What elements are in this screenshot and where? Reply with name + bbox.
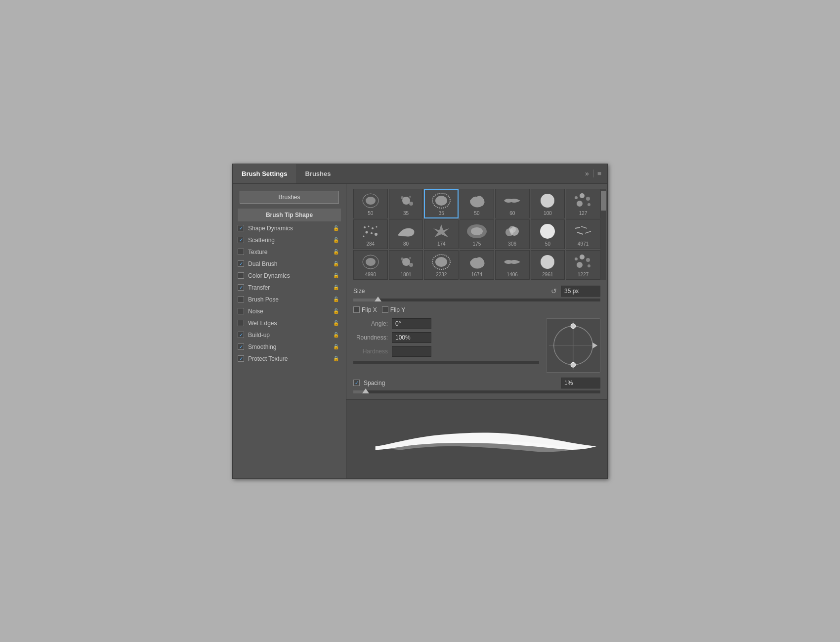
sidebar-item-dual-brush[interactable]: ✓Dual Brush🔓 [233, 258, 346, 270]
flip-x-text: Flip X [362, 306, 377, 313]
sidebar-item-texture[interactable]: Texture🔓 [233, 246, 346, 258]
checkbox-build-up[interactable]: ✓ [238, 332, 244, 338]
sidebar-item-brush-pose[interactable]: Brush Pose🔓 [233, 294, 346, 305]
hardness-slider-track[interactable] [353, 361, 539, 364]
checkbox-scattering[interactable]: ✓ [238, 237, 244, 243]
brush-cell-3[interactable]: 50 [460, 189, 494, 218]
lock-icon-noise[interactable]: 🔓 [333, 308, 339, 314]
brush-cell-1[interactable]: 35 [389, 189, 423, 218]
panel-header: Brush Settings Brushes » ≡ [233, 164, 607, 184]
sidebar-item-shape-dynamics[interactable]: ✓Shape Dynamics🔓 [233, 222, 346, 234]
angle-diagram[interactable] [546, 318, 600, 373]
sidebar-item-wet-edges[interactable]: Wet Edges🔓 [233, 317, 346, 329]
spacing-slider-thumb[interactable] [362, 388, 369, 393]
checkbox-brush-pose[interactable] [238, 296, 244, 302]
svg-point-43 [586, 258, 590, 262]
panel-menu-icon[interactable]: ≡ [597, 170, 601, 177]
brush-cell-20[interactable]: 1227 [566, 250, 600, 280]
lock-icon-wet-edges[interactable]: 🔓 [333, 320, 339, 326]
brush-cell-2[interactable]: 35 [424, 189, 459, 218]
scrollbar-handle[interactable] [601, 191, 606, 211]
lock-icon-shape-dynamics[interactable]: 🔓 [333, 225, 339, 231]
brush-cell-6[interactable]: 127 [566, 189, 600, 218]
lock-icon-protect-texture[interactable]: 🔓 [333, 356, 339, 361]
lock-icon-transfer[interactable]: 🔓 [333, 285, 339, 290]
size-slider-thumb[interactable] [375, 297, 381, 301]
hardness-input[interactable] [392, 346, 431, 357]
brush-cell-17[interactable]: 1674 [460, 250, 494, 280]
spacing-checkbox[interactable]: ✓ [353, 380, 360, 386]
checkbox-noise[interactable] [238, 308, 244, 314]
sidebar-items-container: ✓Shape Dynamics🔓✓Scattering🔓Texture🔓✓Dua… [233, 222, 346, 365]
checkbox-wet-edges[interactable] [238, 320, 244, 326]
flip-y-checkbox[interactable] [382, 306, 388, 313]
brush-shape-10 [466, 222, 488, 240]
reset-size-icon[interactable]: ↺ [551, 287, 557, 295]
brush-cell-18[interactable]: 1406 [495, 250, 530, 280]
sidebar-item-build-up[interactable]: ✓Build-up🔓 [233, 329, 346, 341]
brush-cell-15[interactable]: 1801 [389, 250, 423, 280]
checkbox-color-dynamics[interactable] [238, 272, 244, 279]
angle-input[interactable] [392, 318, 431, 329]
brush-cell-0[interactable]: 50 [353, 189, 388, 218]
double-chevron-icon[interactable]: » [585, 170, 589, 177]
brush-cell-5[interactable]: 100 [531, 189, 565, 218]
checkbox-shape-dynamics[interactable]: ✓ [238, 225, 244, 231]
lock-icon-scattering[interactable]: 🔓 [333, 237, 339, 243]
sidebar-item-noise[interactable]: Noise🔓 [233, 305, 346, 317]
sidebar-item-protect-texture[interactable]: ✓Protect Texture🔓 [233, 353, 346, 365]
brush-shape-17 [466, 253, 488, 271]
brush-cell-19[interactable]: 2961 [531, 250, 565, 280]
lock-icon-color-dynamics[interactable]: 🔓 [333, 273, 339, 278]
checkbox-texture[interactable] [238, 249, 244, 255]
brush-cell-4[interactable]: 60 [495, 189, 530, 218]
lock-icon-brush-pose[interactable]: 🔓 [333, 297, 339, 302]
brush-tip-shape-section[interactable]: Brush Tip Shape [238, 209, 341, 221]
brush-cell-8[interactable]: 80 [389, 219, 423, 249]
sidebar-item-transfer[interactable]: ✓Transfer🔓 [233, 282, 346, 294]
brush-scrollbar[interactable] [600, 189, 606, 280]
brush-cell-10[interactable]: 175 [460, 219, 494, 249]
svg-point-19 [371, 232, 373, 234]
sidebar-item-smoothing[interactable]: ✓Smoothing🔓 [233, 341, 346, 353]
flip-x-checkbox[interactable] [353, 306, 360, 313]
lock-icon-texture[interactable]: 🔓 [333, 249, 339, 255]
roundness-input[interactable] [392, 332, 431, 343]
brushes-button[interactable]: Brushes [240, 191, 339, 204]
lock-icon-dual-brush[interactable]: 🔓 [333, 261, 339, 266]
checkbox-protect-texture[interactable]: ✓ [238, 355, 244, 362]
flip-y-label[interactable]: Flip Y [382, 306, 405, 313]
brush-shape-6 [572, 192, 594, 210]
flip-x-label[interactable]: Flip X [353, 306, 377, 313]
size-slider-track[interactable] [353, 299, 600, 301]
brush-cell-13[interactable]: 4971 [566, 219, 600, 249]
lock-icon-build-up[interactable]: 🔓 [333, 332, 339, 338]
tab-brush-settings[interactable]: Brush Settings [233, 164, 296, 183]
size-input[interactable] [561, 286, 600, 297]
spacing-slider-track[interactable] [353, 390, 600, 393]
brush-shape-13 [572, 222, 594, 240]
svg-point-10 [580, 193, 585, 198]
tab-brushes[interactable]: Brushes [296, 164, 339, 183]
angle-diagram-svg [546, 319, 600, 372]
checkbox-smoothing[interactable]: ✓ [238, 343, 244, 350]
brush-cell-16[interactable]: 2232 [424, 250, 459, 280]
size-slider-row[interactable] [353, 299, 600, 301]
sidebar-item-color-dynamics[interactable]: Color Dynamics🔓 [233, 270, 346, 282]
brush-cell-9[interactable]: 174 [424, 219, 459, 249]
sidebar-item-scattering[interactable]: ✓Scattering🔓 [233, 234, 346, 246]
checkbox-dual-brush[interactable]: ✓ [238, 260, 244, 267]
svg-point-27 [540, 224, 555, 239]
sidebar-label-brush-pose: Brush Pose [248, 296, 279, 303]
brush-cell-11[interactable]: 306 [495, 219, 530, 249]
brush-cell-12[interactable]: 50 [531, 219, 565, 249]
sidebar-label-noise: Noise [248, 308, 263, 315]
brush-cell-7[interactable]: 284 [353, 219, 388, 249]
brush-cell-14[interactable]: 4990 [353, 250, 388, 280]
lock-icon-smoothing[interactable]: 🔓 [333, 344, 339, 349]
svg-point-1 [366, 197, 376, 205]
hardness-slider-row[interactable] [353, 361, 539, 364]
spacing-slider-row[interactable] [353, 390, 600, 393]
checkbox-transfer[interactable]: ✓ [238, 284, 244, 291]
spacing-input[interactable] [561, 378, 600, 388]
